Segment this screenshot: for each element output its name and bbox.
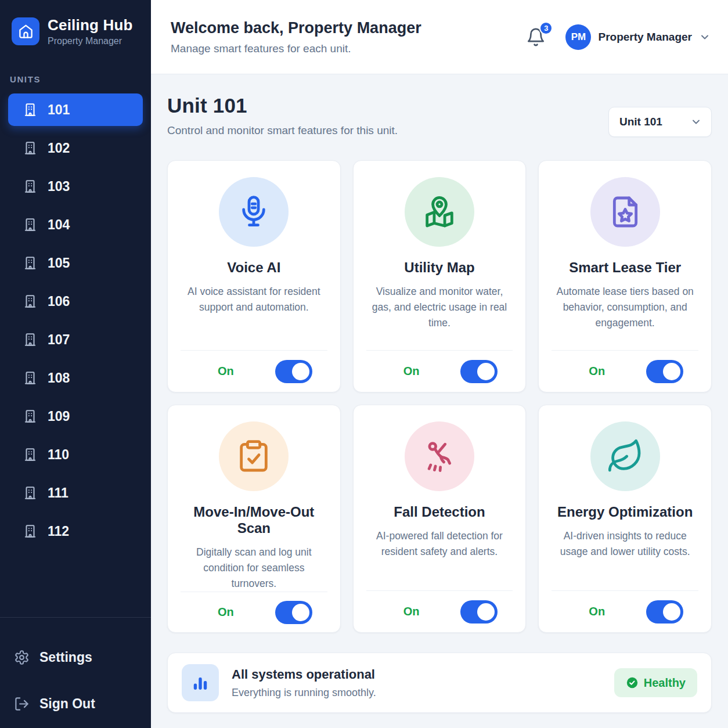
home-icon	[18, 24, 34, 39]
sidebar-item-unit-104[interactable]: 104	[8, 208, 143, 241]
status-title: All systems operational	[232, 667, 376, 682]
sidebar-item-unit-101[interactable]: 101	[8, 93, 143, 126]
toggle-knob	[663, 363, 680, 380]
feature-icon-circle	[405, 177, 474, 247]
notification-badge: 3	[539, 21, 553, 35]
app-brand-text: Ceiling Hub Property Manager	[48, 16, 133, 46]
building-icon	[23, 140, 38, 156]
card-footer: On	[181, 350, 327, 392]
card-move-in-move-out-scan: Move-In/Move-Out Scan Digitally scan and…	[167, 405, 341, 633]
sidebar: Ceiling Hub Property Manager UNITS 101 1…	[0, 0, 151, 728]
building-icon	[23, 409, 38, 424]
notifications-button[interactable]: 3	[524, 25, 548, 49]
main-column: Welcome back, Property Manager Manage sm…	[151, 0, 728, 728]
move-in-move-out-scan-toggle[interactable]	[275, 601, 312, 624]
card-description: AI voice assistant for resident support …	[181, 284, 326, 315]
building-icon	[23, 217, 38, 232]
sidebar-item-unit-109[interactable]: 109	[8, 400, 143, 433]
sidebar-item-unit-105[interactable]: 105	[8, 247, 143, 279]
feature-icon-circle	[405, 421, 474, 491]
unit-selector-dropdown[interactable]: Unit 101	[608, 107, 712, 137]
page-subtitle: Control and monitor smart features for t…	[167, 124, 398, 137]
voice-ai-toggle[interactable]	[275, 360, 312, 383]
toggle-knob	[663, 603, 680, 621]
card-title: Move-In/Move-Out Scan	[181, 504, 327, 536]
status-icon-box	[182, 664, 219, 701]
status-text-block: All systems operational Everything is ru…	[232, 667, 376, 699]
toggle-knob	[477, 363, 495, 380]
microphone-icon	[235, 193, 272, 230]
unit-label: 107	[48, 332, 70, 348]
sidebar-item-unit-111[interactable]: 111	[8, 477, 143, 509]
card-description: Automate lease tiers based on behavior, …	[553, 284, 698, 331]
unit-title-block: Unit 101 Control and monitor smart featu…	[167, 94, 398, 137]
falling-person-icon	[421, 438, 458, 475]
health-status-badge: Healthy	[614, 668, 697, 697]
feature-icon-circle	[219, 421, 289, 491]
unit-label: 110	[48, 447, 69, 463]
status-label: On	[403, 365, 420, 378]
app-logo	[12, 17, 39, 45]
sign-out-icon	[14, 696, 30, 712]
sidebar-item-unit-107[interactable]: 107	[8, 323, 143, 356]
card-title: Utility Map	[404, 260, 474, 276]
system-status-card: All systems operational Everything is ru…	[167, 653, 712, 713]
feature-cards-grid: Voice AI AI voice assistant for resident…	[167, 160, 712, 633]
card-footer: On	[366, 350, 513, 392]
card-description: AI-driven insights to reduce usage and l…	[553, 528, 698, 560]
settings-label: Settings	[39, 650, 92, 665]
content-area: Unit 101 Control and monitor smart featu…	[151, 74, 728, 728]
unit-selector-value: Unit 101	[619, 116, 662, 128]
card-body: Energy Optimization AI-driven insights t…	[539, 405, 711, 590]
user-name: Property Manager	[598, 31, 692, 44]
building-icon	[23, 294, 38, 309]
utility-map-toggle[interactable]	[460, 360, 498, 383]
welcome-title: Welcome back, Property Manager	[171, 19, 421, 37]
gear-icon	[14, 650, 30, 665]
smart-lease-tier-toggle[interactable]	[646, 360, 683, 383]
unit-label: 105	[48, 255, 70, 271]
card-utility-map: Utility Map Visualize and monitor water,…	[353, 160, 527, 392]
app-title: Ceiling Hub	[48, 16, 133, 34]
sidebar-item-unit-106[interactable]: 106	[8, 285, 143, 318]
welcome-block: Welcome back, Property Manager Manage sm…	[171, 19, 421, 55]
header-actions: 3 PM Property Manager	[524, 24, 711, 50]
sidebar-footer: Settings Sign Out	[0, 617, 151, 728]
card-fall-detection: Fall Detection AI-powered fall detection…	[353, 405, 527, 633]
sidebar-item-unit-103[interactable]: 103	[8, 170, 143, 203]
unit-label: 109	[48, 409, 70, 424]
unit-label: 101	[48, 102, 70, 118]
card-description: Visualize and monitor water, gas, and el…	[367, 284, 512, 331]
card-title: Voice AI	[227, 260, 280, 276]
health-badge-label: Healthy	[644, 676, 686, 690]
building-icon	[23, 524, 38, 539]
unit-label: 112	[48, 524, 69, 539]
building-icon	[23, 485, 38, 500]
toggle-knob	[292, 363, 309, 380]
map-pin-icon	[421, 193, 458, 230]
top-header: Welcome back, Property Manager Manage sm…	[151, 0, 728, 74]
status-subtitle: Everything is running smoothly.	[232, 687, 376, 699]
card-body: Smart Lease Tier Automate lease tiers ba…	[539, 161, 711, 350]
fall-detection-toggle[interactable]	[460, 600, 498, 624]
energy-optimization-toggle[interactable]	[646, 600, 683, 624]
app-subtitle: Property Manager	[48, 36, 133, 46]
user-menu-button[interactable]: PM Property Manager	[565, 24, 711, 50]
toggle-knob	[477, 603, 495, 621]
leaf-icon	[607, 438, 644, 475]
card-smart-lease-tier: Smart Lease Tier Automate lease tiers ba…	[538, 160, 712, 392]
signout-button[interactable]: Sign Out	[14, 691, 142, 716]
settings-button[interactable]: Settings	[14, 644, 142, 670]
sidebar-item-unit-110[interactable]: 110	[8, 438, 143, 471]
document-star-icon	[607, 193, 644, 230]
unit-label: 103	[48, 179, 70, 194]
toggle-knob	[292, 604, 309, 621]
status-label: On	[218, 606, 234, 619]
card-title: Fall Detection	[394, 504, 485, 520]
card-body: Fall Detection AI-powered fall detection…	[354, 405, 526, 590]
sidebar-item-unit-112[interactable]: 112	[8, 515, 143, 547]
sidebar-item-unit-108[interactable]: 108	[8, 362, 143, 394]
building-icon	[23, 447, 38, 462]
card-description: Digitally scan and log unit condition fo…	[181, 545, 326, 592]
sidebar-item-unit-102[interactable]: 102	[8, 132, 143, 164]
